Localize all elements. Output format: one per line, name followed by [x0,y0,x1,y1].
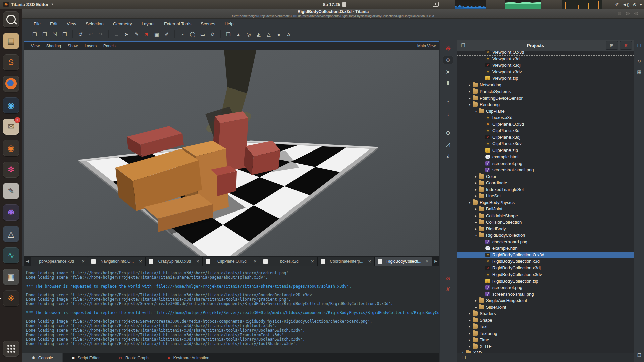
clock[interactable]: Sa 17:25 [323,0,346,9]
media-player-app[interactable]: ◉ [3,140,19,156]
volume-icon[interactable]: ◄)) [622,2,630,7]
close-tab-icon[interactable]: ✕ [254,259,257,264]
tree-item-texturing[interactable]: ▸Texturing [457,330,634,337]
notes-app[interactable]: ▤ [3,33,19,49]
expander-open-icon[interactable]: ▾ [467,201,473,204]
cone-icon[interactable]: ▲ [234,30,243,38]
expander-closed-icon[interactable]: ▸ [467,89,473,93]
close-tab-icon[interactable]: ✕ [426,259,429,264]
tree-item-balljoint[interactable]: ▸BallJoint [457,206,634,213]
draw-app[interactable]: ✎ [3,183,19,199]
sphere-icon[interactable]: ● [274,30,283,38]
expander-open-icon[interactable]: ▾ [467,103,473,106]
minimize-button[interactable] [618,12,621,15]
expander-closed-icon[interactable]: ▸ [473,227,479,231]
expander-closed-icon[interactable]: ▸ [467,345,473,348]
expander-closed-icon[interactable]: ▸ [473,305,479,309]
system-monitor-icon[interactable] [433,2,439,7]
cad-app[interactable]: △ [3,226,19,242]
import-icon[interactable]: ⇲ [50,30,59,38]
menu-edit[interactable]: Edit [45,20,62,28]
pages-panel-icon-bottom[interactable]: ❐ [636,351,643,359]
menu-external-tools[interactable]: External Tools [159,20,196,28]
tree-item-example-html[interactable]: ⊕example.html [457,245,634,252]
paint-app[interactable]: ✽ [3,162,19,178]
pages-panel-icon[interactable]: ❐ [636,42,643,49]
viewpoint-globe-icon[interactable]: ⊕ [443,128,453,137]
tree-item-shaders[interactable]: ▸Shaders [457,310,634,317]
airbrush-icon[interactable]: ✐ [162,30,171,38]
doc-tab-boxes-x3d[interactable]: boxes.x3d✕ [260,257,318,266]
viewport-menu-layers[interactable]: Layers [81,43,100,49]
dash-home[interactable] [3,11,19,27]
suspend-console-icon[interactable]: ⊘ [443,274,453,283]
tree-item-viewpoint-zip[interactable]: ⋮Viewpoint.zip [457,75,634,82]
screen-tool-icon[interactable]: ▣ [152,30,161,38]
tree-item-viewpoint-x3dj[interactable]: ⊘Viewpoint.x3dj [457,62,634,69]
outline-editor-icon[interactable]: ≣ [112,30,121,38]
box-icon[interactable]: ❑ [224,30,233,38]
clear-console-icon[interactable]: ✘ [443,285,453,293]
tree-item-clipplane-x3dv[interactable]: ❋ClipPlane.x3dv [457,140,634,147]
menu-help[interactable]: Help [220,20,238,28]
expander-closed-icon[interactable]: ▸ [467,331,473,335]
expander-closed-icon[interactable]: ▸ [467,312,473,315]
expander-open-icon[interactable]: ▾ [473,109,479,113]
disk2d-icon[interactable]: ◯ [188,30,197,38]
tree-item-singleaxishingejoint[interactable]: ▸SingleAxisHingeJoint [457,297,634,304]
menu-view[interactable]: View [62,20,81,28]
menu-geometry[interactable]: Geometry [108,20,137,28]
apps-grid[interactable] [3,341,19,357]
undo-icon[interactable]: ↺ [76,30,85,38]
tree-item-collidableshape[interactable]: ▸CollidableShape [457,213,634,219]
arc2d-icon[interactable]: ◔ [178,30,187,38]
expander-closed-icon[interactable]: ▸ [473,207,479,211]
firefox[interactable] [3,76,19,92]
expander-closed-icon[interactable]: ▸ [467,83,473,87]
tree-item-clipplane[interactable]: ▾ClipPlane [457,108,634,115]
menu-layout[interactable]: Layout [137,20,159,28]
doc-tab-crazyspiral-o-x3d[interactable]: CrazySpiral.O.x3d✕ [146,257,203,266]
grid-panel-icon[interactable]: ▦ [636,68,643,75]
pencil-tool-icon[interactable]: ✎ [132,30,141,38]
tree-item-viewpoint-o-x3d[interactable]: ❋Viewpoint.O.x3d [457,49,634,56]
text-icon[interactable]: A [284,30,293,38]
tree-item-color[interactable]: ▸Color [457,173,634,180]
tree-item-time[interactable]: ▸Time [457,337,634,343]
doc-tab-pbrappearance-x3d[interactable]: pbrAppearance.x3d✕ [31,257,88,266]
cylinder-icon[interactable]: ◎ [244,30,253,38]
tree-item-checkerboard-png[interactable]: ▞checkerboard.png [457,239,634,245]
expander-closed-icon[interactable]: ▸ [467,325,473,328]
close-tab-icon[interactable]: ✕ [311,259,314,264]
calculator-app[interactable]: ▦ [3,269,19,285]
tree-item-coordinate[interactable]: ▸Coordinate [457,180,634,186]
viewport-menu-shading[interactable]: Shading [43,43,64,49]
tree-item-boxes-x3d[interactable]: ❋boxes.x3d [457,114,634,121]
titania-app[interactable]: ❋▸ [3,290,19,306]
close-tab-icon[interactable]: ✕ [368,259,371,264]
arrow-tool-icon[interactable]: ➤ [122,30,131,38]
tabs-scroll-right-icon[interactable]: ▶ [432,256,439,266]
pages-icon-footer[interactable]: ❐ [460,355,468,360]
new-file-icon[interactable]: ❏ [30,30,39,38]
s-app[interactable]: S [3,54,19,70]
tree-item-screenshot-small-png[interactable]: ▞screenshot-small.png [457,167,634,173]
tree-item-rigidbodycollection[interactable]: ▾RigidBodyCollection [457,232,634,239]
power-icon[interactable]: ⊙ [633,2,637,7]
close-button[interactable] [634,12,638,15]
tree-item-text[interactable]: ▸Text [457,323,634,330]
doc-tab-navigationinfo-o-[interactable]: NavigationInfo.O...✕ [88,257,146,266]
expander-closed-icon[interactable]: ▸ [473,299,479,302]
copy-paste-icon[interactable]: ❒ [60,30,69,38]
panel-tab-keyframe-animation[interactable]: ●Keyframe Animation [158,353,219,362]
star2d-icon[interactable]: ✩ [208,30,217,38]
expander-closed-icon[interactable]: ▸ [473,220,479,224]
panel-tab-route-graph[interactable]: ∾Route Graph [109,353,158,362]
close-tab-icon[interactable]: ✕ [82,259,85,264]
expander-open-icon[interactable]: ▾ [473,233,479,237]
refresh-panel-icon[interactable]: ↻ [636,57,643,65]
tree-item-screenshot-small-png[interactable]: ▞screenshot-small.png [457,291,634,298]
memory-graph[interactable]: Speicher [505,0,541,9]
tree-item-screenshot-png[interactable]: ▞screenshot.png [457,284,634,291]
x-ite-icon[interactable]: ✖ [142,30,151,38]
